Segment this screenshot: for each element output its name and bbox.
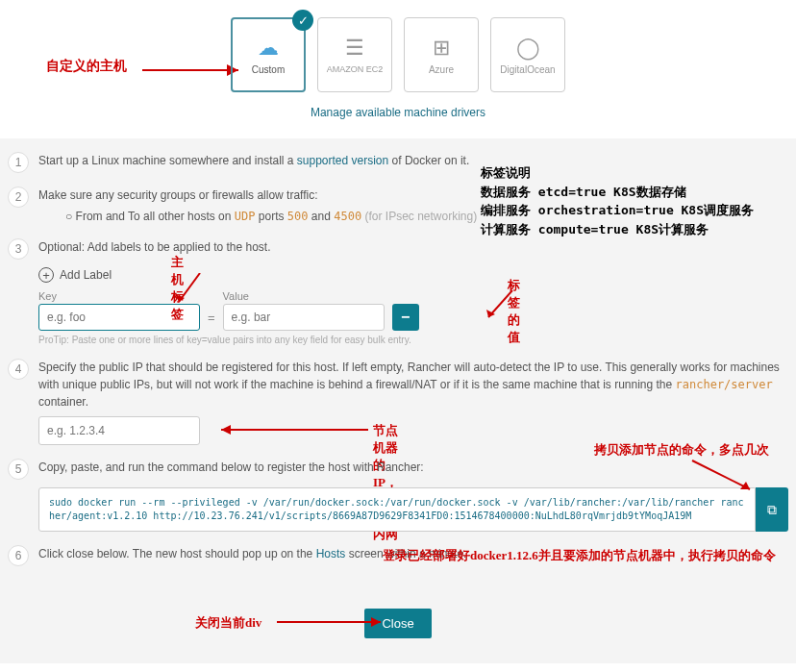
firewall-bullet: ○ From and To all other hosts on UDP por… [65, 208, 788, 225]
annot-copy-cmd: 拷贝添加节点的命令，多点几次 [594, 441, 769, 459]
label-value-input[interactable] [223, 304, 385, 331]
step-5: 拷贝添加节点的命令，多点几次 5 Copy, paste, and run th… [8, 459, 788, 532]
step-number: 4 [8, 359, 29, 380]
annot-close-div: 关闭当前div [195, 614, 261, 632]
arrow-icon [171, 273, 210, 311]
register-command[interactable]: sudo docker run --rm --privileged -v /va… [38, 487, 756, 532]
arrow-icon [210, 420, 371, 439]
copy-button[interactable]: ⧉ [756, 487, 788, 532]
provider-digitalocean[interactable]: ◯ DigitalOcean [490, 17, 565, 92]
step-number: 5 [8, 459, 29, 480]
provider-label: AMAZON EC2 [327, 64, 384, 74]
add-label-button[interactable]: + Add Label [38, 267, 112, 283]
arrow-icon [683, 459, 759, 497]
equals-sign: = [208, 311, 215, 325]
step-number: 2 [8, 187, 29, 208]
step-number: 1 [8, 152, 29, 173]
server-icon: ☰ [345, 36, 364, 61]
check-icon: ✓ [292, 10, 313, 31]
step-3: 3 Optional: Add labels to be applied to … [8, 238, 788, 345]
step-number: 6 [8, 545, 29, 566]
cloud-icon: ☁ [258, 36, 279, 61]
step-4: 4 Specify the public IP that should be r… [8, 359, 788, 445]
arrow-icon [277, 612, 392, 632]
plus-icon: + [38, 267, 54, 283]
value-label: Value [223, 290, 385, 302]
provider-label: DigitalOcean [500, 64, 555, 75]
step-2: 2 Make sure any security groups or firew… [8, 187, 788, 225]
annot-login-exec: 登录已经部署好docker1.12.6并且要添加的节点机器中，执行拷贝的命令 [383, 547, 796, 564]
droplet-icon: ◯ [516, 36, 540, 61]
protip-text: ProTip: Paste one or more lines of key=v… [38, 335, 411, 345]
provider-azure[interactable]: ⊞ Azure [404, 17, 479, 92]
provider-ec2[interactable]: ☰ AMAZON EC2 [317, 17, 392, 92]
public-ip-input[interactable] [38, 416, 200, 445]
step-6: 6 Click close below. The new host should… [8, 545, 788, 566]
provider-custom[interactable]: ✓ ☁ Custom [231, 17, 306, 92]
step-number: 3 [8, 238, 29, 260]
step-1: 1 Start up a Linux machine somewhere and… [8, 152, 788, 173]
windows-icon: ⊞ [433, 36, 450, 61]
arrow-icon [479, 290, 517, 329]
manage-drivers-link[interactable]: Manage available machine drivers [0, 106, 796, 119]
hosts-link[interactable]: Hosts [316, 547, 346, 560]
remove-label-button[interactable]: − [392, 304, 419, 331]
copy-icon: ⧉ [767, 502, 777, 518]
provider-label: Custom [252, 64, 285, 75]
supported-version-link[interactable]: supported version [297, 154, 388, 167]
provider-label: Azure [429, 64, 454, 75]
